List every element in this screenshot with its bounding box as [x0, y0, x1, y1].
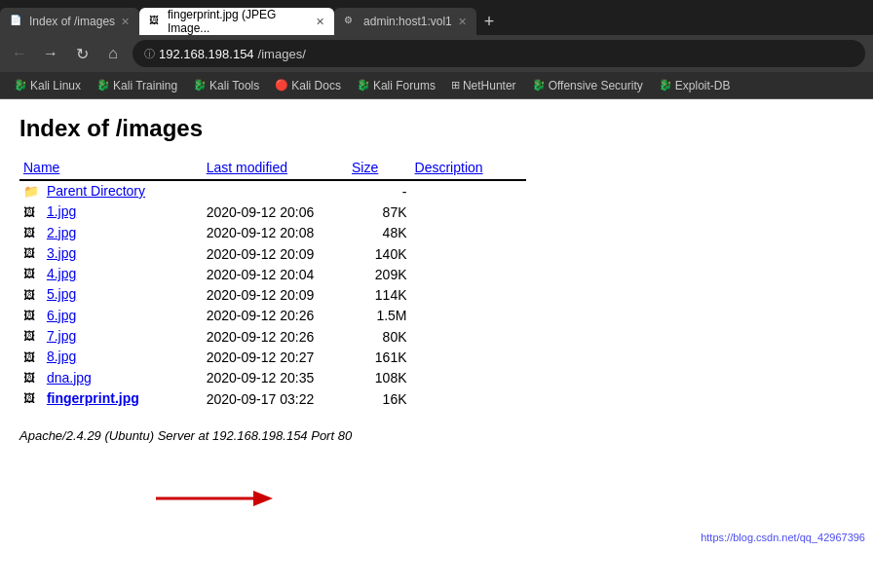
file-link[interactable]: 6.jpg	[47, 308, 76, 323]
file-desc	[411, 284, 526, 305]
column-header-size[interactable]: Size	[348, 158, 411, 180]
file-link[interactable]: 7.jpg	[47, 328, 76, 344]
forward-button[interactable]: →	[39, 42, 62, 65]
tab-close-3[interactable]: ✕	[458, 16, 467, 28]
tab-label-2: fingerprint.jpg (JPEG Image...	[168, 8, 310, 35]
tab-fingerprint[interactable]: 🖼 fingerprint.jpg (JPEG Image... ✕	[139, 8, 334, 35]
file-size: 1.5M	[348, 306, 411, 326]
parent-dir-cell: 📁 Parent Directory	[19, 180, 203, 202]
kali-docs-icon: 🔴	[275, 79, 288, 92]
url-protocol-indicator: ⓘ	[144, 47, 155, 61]
back-button[interactable]: ←	[8, 42, 31, 65]
file-link[interactable]: 4.jpg	[47, 266, 76, 281]
nethunter-icon: ⊞	[451, 79, 460, 92]
bookmark-exploit-db[interactable]: 🐉 Exploit-DB	[653, 77, 737, 94]
file-size: 209K	[348, 264, 411, 284]
bookmark-offensive-security[interactable]: 🐉 Offensive Security	[526, 77, 649, 94]
tab-admin[interactable]: ⚙ admin:host1:vol1 ✕	[334, 8, 476, 35]
bookmark-kali-tools[interactable]: 🐉 Kali Tools	[187, 77, 265, 94]
file-desc	[411, 306, 526, 326]
page-content: Index of /images Name Last modified Size…	[0, 99, 873, 547]
file-icon-jpg: 🖼	[23, 350, 39, 366]
file-desc	[411, 388, 526, 409]
tab-index-images[interactable]: 📄 Index of /images ✕	[0, 8, 139, 35]
file-icon-jpg: 🖼	[23, 288, 39, 304]
file-icon-jpg: 🖼	[23, 391, 39, 407]
table-row: 🖼 fingerprint.jpg 2020-09-17 03:22 16K	[19, 388, 526, 409]
file-name-cell: 🖼 fingerprint.jpg	[19, 388, 203, 409]
file-modified: 2020-09-12 20:27	[203, 347, 348, 367]
file-desc	[411, 326, 526, 347]
parent-dir-link[interactable]: Parent Directory	[47, 183, 145, 199]
table-row: 🖼 7.jpg 2020-09-12 20:26 80K	[19, 326, 526, 347]
tab-favicon-3: ⚙	[344, 15, 358, 28]
tab-close-2[interactable]: ✕	[316, 16, 324, 28]
file-link[interactable]: 1.jpg	[47, 203, 76, 219]
tab-favicon-1: 📄	[10, 15, 23, 28]
file-icon-jpg: 🖼	[23, 371, 39, 386]
exploit-db-icon: 🐉	[659, 79, 672, 92]
file-size: 16K	[348, 388, 411, 409]
tab-label-3: admin:host1:vol1	[363, 15, 452, 28]
file-modified: 2020-09-12 20:26	[203, 306, 348, 326]
column-header-name[interactable]: Name	[19, 158, 203, 180]
bookmark-kali-forums[interactable]: 🐉 Kali Forums	[351, 77, 441, 94]
file-desc	[411, 347, 526, 367]
file-modified: 2020-09-12 20:06	[203, 202, 348, 222]
file-icon-jpg: 🖼	[23, 309, 39, 324]
svg-marker-1	[253, 491, 273, 506]
file-link[interactable]: 8.jpg	[47, 349, 76, 364]
bookmark-nethunter[interactable]: ⊞ NetHunter	[445, 77, 522, 94]
bookmark-kali-docs[interactable]: 🔴 Kali Docs	[269, 77, 347, 94]
file-size: 48K	[348, 223, 411, 243]
file-icon-jpg: 🖼	[23, 226, 39, 241]
page-title: Index of /images	[19, 115, 854, 142]
file-link[interactable]: 3.jpg	[47, 245, 76, 261]
new-tab-button[interactable]: +	[476, 8, 503, 35]
parent-desc	[411, 180, 526, 202]
file-listing-table: Name Last modified Size Description 📁 Pa…	[19, 158, 526, 409]
file-link[interactable]: 5.jpg	[47, 286, 76, 302]
table-row: 🖼 8.jpg 2020-09-12 20:27 161K	[19, 347, 526, 367]
kali-linux-icon: 🐉	[14, 79, 27, 92]
file-size: 108K	[348, 368, 411, 388]
file-size: 87K	[348, 202, 411, 222]
url-path: /images/	[258, 47, 306, 61]
kali-training-icon: 🐉	[96, 79, 110, 92]
file-desc	[411, 264, 526, 284]
file-modified: 2020-09-12 20:04	[203, 264, 348, 284]
column-header-description[interactable]: Description	[411, 158, 526, 180]
bookmark-kali-training[interactable]: 🐉 Kali Training	[91, 77, 183, 94]
kali-forums-icon: 🐉	[357, 79, 370, 92]
file-name-cell: 🖼 7.jpg	[19, 326, 203, 347]
offensive-security-icon: 🐉	[532, 79, 546, 92]
file-name-cell: 🖼 5.jpg	[19, 284, 203, 305]
file-link[interactable]: dna.jpg	[47, 370, 92, 386]
file-modified: 2020-09-17 03:22	[203, 388, 348, 409]
table-row: 🖼 3.jpg 2020-09-12 20:09 140K	[19, 243, 526, 264]
kali-tools-icon: 🐉	[193, 79, 207, 92]
file-modified: 2020-09-12 20:26	[203, 326, 348, 347]
bookmark-kali-linux[interactable]: 🐉 Kali Linux	[8, 77, 87, 94]
file-icon-jpg: 🖼	[23, 246, 39, 262]
file-name-cell: 🖼 2.jpg	[19, 223, 203, 243]
url-bar[interactable]: ⓘ 192.168.198.154 /images/	[133, 40, 865, 67]
reload-button[interactable]: ↻	[70, 42, 94, 65]
parent-size: -	[348, 180, 411, 202]
file-name-cell: 🖼 3.jpg	[19, 243, 203, 264]
tab-close-1[interactable]: ✕	[121, 16, 130, 28]
file-name-cell: 🖼 8.jpg	[19, 347, 203, 367]
file-modified: 2020-09-12 20:08	[203, 223, 348, 243]
home-button[interactable]: ⌂	[101, 42, 125, 65]
file-desc	[411, 243, 526, 264]
file-link[interactable]: fingerprint.jpg	[47, 390, 139, 406]
address-bar: ← → ↻ ⌂ ⓘ 192.168.198.154 /images/	[0, 35, 873, 72]
column-header-last-modified[interactable]: Last modified	[203, 158, 348, 180]
table-row: 🖼 5.jpg 2020-09-12 20:09 114K	[19, 284, 526, 305]
red-arrow-annotation	[146, 479, 273, 518]
parent-modified	[203, 180, 348, 202]
file-desc	[411, 223, 526, 243]
file-icon-jpg: 🖼	[23, 205, 39, 221]
file-link[interactable]: 2.jpg	[47, 225, 76, 240]
file-size: 161K	[348, 347, 411, 367]
